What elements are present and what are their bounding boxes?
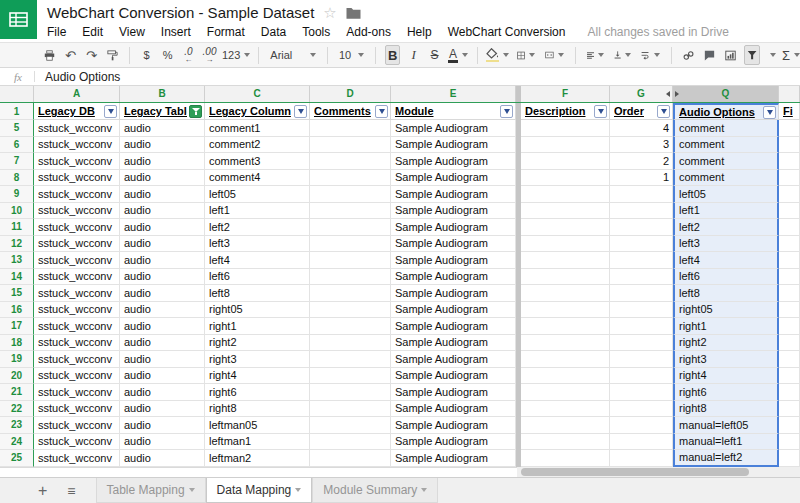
column-filter-button[interactable]	[657, 105, 670, 118]
cell[interactable]: Sample Audiogram	[391, 368, 516, 385]
cell[interactable]	[310, 186, 391, 203]
cell[interactable]: audio	[120, 318, 205, 335]
paint-format-button[interactable]	[105, 45, 120, 65]
cell[interactable]	[521, 351, 610, 368]
cell[interactable]: Sample Audiogram	[391, 203, 516, 220]
row-number[interactable]: 9	[0, 186, 34, 203]
bold-button[interactable]: B	[385, 45, 400, 65]
row-number[interactable]: 24	[0, 434, 34, 451]
increase-decimals-button[interactable]: .00 →	[202, 45, 217, 65]
cell[interactable]	[779, 384, 800, 401]
cell[interactable]: left6	[673, 269, 779, 286]
menu-webchart-conversion[interactable]: WebChart Conversion	[448, 25, 566, 39]
cell[interactable]: Sample Audiogram	[391, 170, 516, 187]
horizontal-scrollbar-thumb[interactable]	[521, 468, 749, 476]
cell[interactable]: sstuck_wcconv	[34, 219, 120, 236]
row-number[interactable]: 11	[0, 219, 34, 236]
menu-data[interactable]: Data	[261, 25, 286, 39]
all-sheets-button[interactable]: ≡	[67, 484, 75, 498]
cell[interactable]: Sample Audiogram	[391, 153, 516, 170]
row-number[interactable]: 13	[0, 252, 34, 269]
cell[interactable]: audio	[120, 236, 205, 253]
cell[interactable]: Sample Audiogram	[391, 269, 516, 286]
cell[interactable]	[610, 368, 673, 385]
cell[interactable]	[779, 186, 800, 203]
cell[interactable]: right3	[205, 351, 310, 368]
cell[interactable]: audio	[120, 450, 205, 467]
cell[interactable]	[521, 417, 610, 434]
cell[interactable]: audio	[120, 120, 205, 137]
cell[interactable]	[610, 401, 673, 418]
cell[interactable]: comment1	[205, 120, 310, 137]
cell[interactable]	[610, 384, 673, 401]
merge-cells-button[interactable]	[543, 45, 566, 65]
cell[interactable]: left8	[673, 285, 779, 302]
cell[interactable]: Sample Audiogram	[391, 252, 516, 269]
cell[interactable]	[779, 252, 800, 269]
cell[interactable]	[779, 236, 800, 253]
cell[interactable]: Sample Audiogram	[391, 384, 516, 401]
row-number[interactable]: 17	[0, 318, 34, 335]
column-header-partial[interactable]	[779, 86, 800, 102]
cell[interactable]	[610, 450, 673, 467]
hidden-columns-left-arrow[interactable]	[666, 91, 670, 97]
cell[interactable]	[310, 236, 391, 253]
formula-bar[interactable]: fx Audio Options	[0, 68, 800, 86]
cell[interactable]: left05	[205, 186, 310, 203]
column-header-B[interactable]: B	[120, 86, 205, 102]
cell[interactable]: comment	[673, 120, 779, 137]
row-number[interactable]: 6	[0, 137, 34, 154]
cell[interactable]: right4	[205, 368, 310, 385]
cell[interactable]: sstuck_wcconv	[34, 417, 120, 434]
cell[interactable]	[610, 351, 673, 368]
cell[interactable]	[610, 417, 673, 434]
strikethrough-button[interactable]: S	[427, 45, 442, 65]
cell[interactable]: sstuck_wcconv	[34, 170, 120, 187]
insert-comment-button[interactable]	[702, 45, 717, 65]
cell[interactable]: left6	[205, 269, 310, 286]
cell[interactable]	[521, 401, 610, 418]
cell[interactable]	[610, 186, 673, 203]
cell[interactable]	[521, 170, 610, 187]
decrease-decimals-button[interactable]: .0 ←	[181, 45, 196, 65]
cell[interactable]: audio	[120, 302, 205, 319]
cell[interactable]	[779, 401, 800, 418]
cell[interactable]: sstuck_wcconv	[34, 120, 120, 137]
borders-button[interactable]	[515, 45, 537, 65]
cell[interactable]	[610, 203, 673, 220]
cell[interactable]: sstuck_wcconv	[34, 302, 120, 319]
cell[interactable]	[779, 137, 800, 154]
cell[interactable]: manual=left05	[673, 417, 779, 434]
menu-format[interactable]: Format	[207, 25, 245, 39]
cell[interactable]	[610, 302, 673, 319]
row-number[interactable]: 10	[0, 203, 34, 220]
cell[interactable]: left4	[205, 252, 310, 269]
cell[interactable]	[310, 368, 391, 385]
cell[interactable]: Sample Audiogram	[391, 137, 516, 154]
menu-insert[interactable]: Insert	[161, 25, 191, 39]
row-number[interactable]: 1	[0, 103, 34, 120]
cell[interactable]	[521, 137, 610, 154]
cell[interactable]	[610, 219, 673, 236]
cell[interactable]	[779, 285, 800, 302]
cell[interactable]: audio	[120, 252, 205, 269]
cell[interactable]: sstuck_wcconv	[34, 236, 120, 253]
header-cell-order[interactable]: Order	[610, 103, 673, 120]
cell[interactable]	[521, 203, 610, 220]
cell[interactable]: right6	[673, 384, 779, 401]
cell[interactable]: audio	[120, 417, 205, 434]
cell[interactable]	[610, 236, 673, 253]
cell[interactable]	[310, 351, 391, 368]
cell[interactable]: audio	[120, 186, 205, 203]
number-format-button[interactable]: 123	[223, 45, 249, 65]
tab-module-summary[interactable]: Module Summary	[312, 478, 438, 503]
cell[interactable]	[779, 318, 800, 335]
cell[interactable]	[310, 318, 391, 335]
menu-file[interactable]: File	[47, 25, 66, 39]
cell[interactable]	[310, 203, 391, 220]
doc-title[interactable]: WebChart Conversion - Sample Dataset	[47, 4, 314, 21]
cell[interactable]: left8	[205, 285, 310, 302]
cell[interactable]: comment2	[205, 137, 310, 154]
cell[interactable]: Sample Audiogram	[391, 186, 516, 203]
header-cell-legacy-db[interactable]: Legacy DB	[34, 103, 120, 120]
